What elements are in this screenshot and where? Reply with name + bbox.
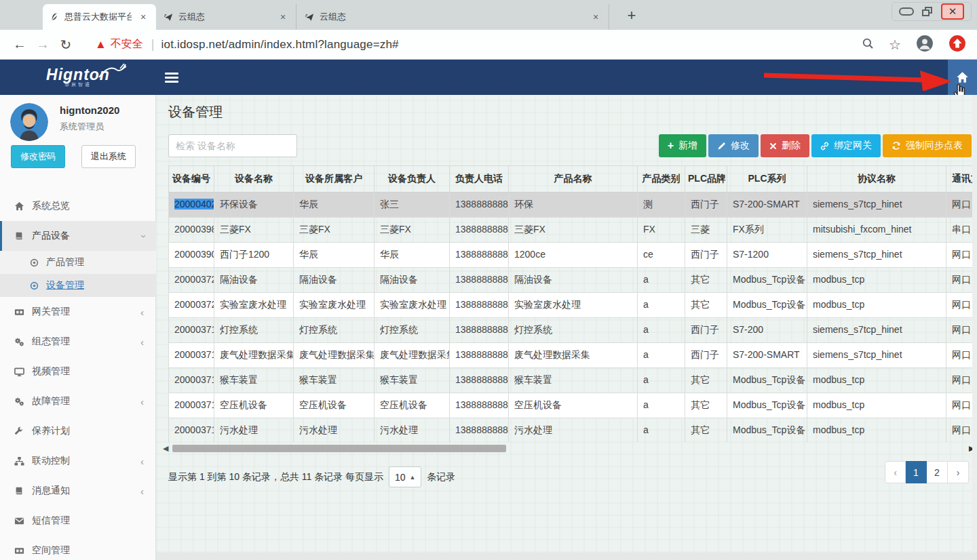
table-row[interactable]: 200003900西门子1200华辰华辰138888888881200cece西… (168, 243, 977, 268)
tab-close-icon[interactable]: × (137, 11, 149, 23)
table-cell: 实验室废水处理 (509, 293, 638, 317)
hamburger-menu-icon[interactable] (165, 70, 178, 85)
avatar[interactable] (10, 103, 48, 141)
extension-icon[interactable] (949, 35, 966, 55)
table-cell: 200003717 (168, 368, 214, 393)
sidebar-item-7[interactable]: 联动控制‹ (0, 446, 156, 476)
table-cell: 灯控系统 (214, 318, 294, 342)
table-row[interactable]: 200003721隔油设备隔油设备隔油设备13888888888隔油设备a其它M… (168, 268, 977, 293)
vertical-scrollbar[interactable] (972, 95, 977, 553)
tab-close-icon[interactable]: × (277, 11, 289, 23)
删除-button[interactable]: 删除 (761, 134, 809, 157)
link-icon (820, 142, 829, 151)
horizontal-scrollbar[interactable]: ◀ ▶ (163, 443, 977, 454)
table-cell: 空压机设备 (509, 393, 638, 418)
browser-back-button[interactable]: ← (8, 37, 31, 52)
table-row[interactable]: 200003715污水处理污水处理污水处理13888888888污水处理a其它M… (168, 418, 977, 442)
sidebar-item-9[interactable]: 短信管理 (0, 506, 156, 536)
table-cell: 实验室废水处理 (214, 293, 294, 317)
logout-button[interactable]: 退出系统 (81, 145, 136, 168)
table-cell: 污水处理 (214, 418, 294, 442)
window-minimize-button[interactable] (899, 7, 914, 16)
sidebar-item-3[interactable]: 组态管理‹ (0, 327, 156, 357)
browser-tab-2[interactable]: 云组态 × (157, 4, 296, 30)
sidebar-item-1[interactable]: 产品设备‹ (0, 221, 156, 251)
sidebar-item-4[interactable]: 视频管理 (0, 357, 156, 386)
sidebar-item-5[interactable]: 故障管理‹ (0, 386, 156, 416)
column-header[interactable]: 设备所属客户 (294, 166, 375, 192)
绑定网关-button[interactable]: 绑定网关 (811, 134, 881, 157)
user-role: 系统管理员 (60, 121, 104, 133)
chevron-left-icon: ‹ (140, 485, 144, 497)
table-row[interactable]: 200003719灯控系统灯控系统灯控系统13888888888灯控系统a西门子… (168, 318, 977, 343)
browser-tab-1[interactable]: 思普云大数据平台 × (43, 4, 156, 30)
table-cell: modbus_tcp (807, 268, 946, 292)
scroll-left-icon[interactable]: ◀ (163, 444, 171, 453)
新增-button[interactable]: +新增 (659, 134, 706, 157)
browser-reload-button[interactable]: ↻ (54, 37, 77, 53)
sidebar-item-10[interactable]: 空间管理 (0, 536, 156, 560)
table-cell: 三菱FX (375, 218, 450, 242)
change-password-button[interactable]: 修改密码 (11, 145, 65, 168)
page-buttons: ‹12› (885, 461, 969, 483)
tab-close-icon[interactable]: × (590, 11, 602, 23)
home-icon (14, 201, 32, 212)
tab-title: 云组态 (178, 11, 271, 23)
table-cell: 13888888888 (450, 343, 509, 367)
table-row[interactable]: 200003720实验室废水处理实验室废水处理实验室废水处理1388888888… (168, 293, 977, 318)
table-row[interactable]: 200003716空压机设备空压机设备空压机设备13888888888空压机设备… (168, 393, 977, 418)
强制同步点表-button[interactable]: 强制同步点表 (883, 134, 972, 157)
sidebar-menu: 系统总览产品设备‹产品管理设备管理网关管理‹组态管理‹视频管理故障管理‹保养计划… (0, 191, 156, 560)
table-cell: a (638, 268, 685, 292)
table-cell: 猴车装置 (294, 368, 375, 393)
page-button-1[interactable]: 1 (906, 461, 927, 483)
scrollbar-thumb[interactable] (172, 445, 506, 452)
page-title: 设备管理 (168, 103, 223, 121)
prev-page-button[interactable]: ‹ (885, 461, 906, 483)
zoom-icon[interactable] (862, 37, 874, 52)
sidebar-subitem[interactable]: 产品管理 (0, 251, 156, 274)
bigdata-home-button[interactable] (948, 60, 977, 95)
browser-forward-button[interactable]: → (31, 37, 54, 52)
column-header[interactable]: 产品名称 (509, 166, 638, 192)
table-row[interactable]: 200003981三菱FX三菱FX三菱FX13888888888三菱FXFX三菱… (168, 218, 977, 243)
table-row[interactable]: 200003717猴车装置猴车装置猴车装置13888888888猴车装置a其它M… (168, 368, 977, 393)
profile-icon[interactable] (916, 35, 934, 55)
page-button-2[interactable]: 2 (927, 461, 948, 483)
修改-button[interactable]: 修改 (708, 134, 759, 157)
table-cell: 废气处理数据采集 (509, 343, 638, 367)
new-tab-button[interactable]: + (621, 7, 642, 26)
sidebar-item-8[interactable]: 消息通知‹ (0, 476, 156, 506)
search-input[interactable] (168, 134, 297, 157)
table-row[interactable]: 200003718废气处理数据采集废气处理数据采集废气处理数据采集1388888… (168, 343, 977, 368)
browser-tab-3[interactable]: 云组态 × (299, 4, 609, 30)
table-cell: S7-200 (727, 318, 807, 342)
column-header[interactable]: 协议名称 (807, 166, 946, 192)
sidebar-item-6[interactable]: 保养计划 (0, 416, 156, 446)
url-text[interactable]: iot.idosp.net/admin/index.html?language=… (161, 38, 399, 52)
sidebar-subitem[interactable]: 设备管理 (0, 274, 156, 297)
column-header[interactable]: 设备编号 (168, 166, 214, 192)
sidebar-item-0[interactable]: 系统总览 (0, 191, 156, 221)
next-page-button[interactable]: › (948, 461, 969, 483)
table-cell: 污水处理 (509, 418, 638, 442)
tab-title: 思普云大数据平台 (64, 11, 132, 23)
bookmark-star-icon[interactable]: ☆ (889, 37, 901, 53)
window-restore-button[interactable] (922, 7, 933, 16)
table-cell: 13888888888 (450, 193, 509, 217)
sidebar-item-2[interactable]: 网关管理‹ (0, 297, 156, 327)
table-cell: 其它 (685, 268, 727, 292)
window-close-button[interactable]: ✕ (941, 3, 964, 20)
table-cell: 200003716 (168, 393, 214, 418)
table-row[interactable]: 200004029环保设备华辰张三13888888888环保测西门子S7-200… (168, 193, 977, 218)
security-warning-badge[interactable]: ▲ 不安全 (95, 37, 143, 52)
table-cell: 200003718 (168, 343, 214, 367)
column-header[interactable]: 设备名称 (214, 166, 294, 192)
column-header[interactable]: 设备负责人 (375, 166, 450, 192)
column-header[interactable]: PLC品牌 (685, 166, 727, 192)
column-header[interactable]: 负责人电话 (450, 166, 509, 192)
column-header[interactable]: PLC系列 (727, 166, 807, 192)
page-size-select[interactable]: 10 ▲ (389, 466, 421, 487)
table-cell: siemens_s7tcp_hinet (807, 193, 946, 217)
column-header[interactable]: 产品类别 (638, 166, 685, 192)
